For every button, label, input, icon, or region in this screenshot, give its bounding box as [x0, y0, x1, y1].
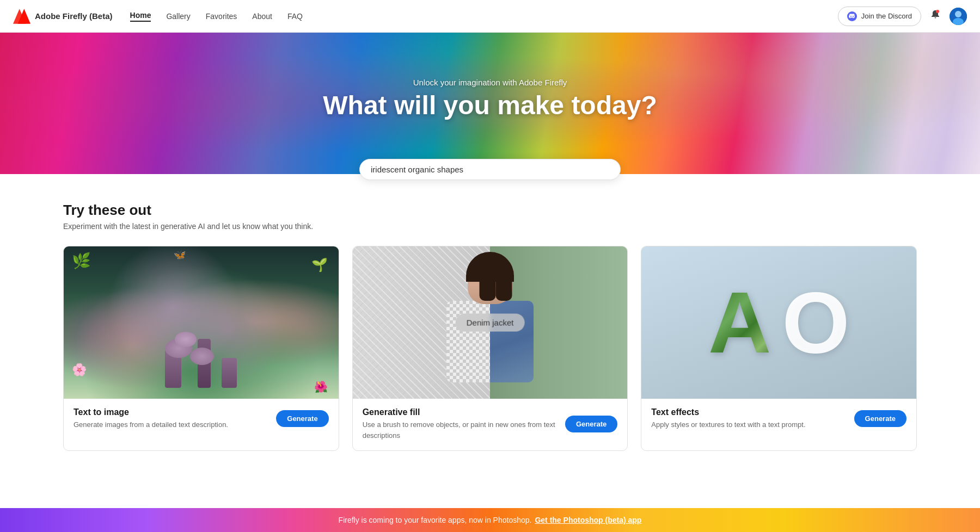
card-title-1: Text to image — [74, 407, 267, 417]
nav-links: Home Gallery Favorites About FAQ — [130, 11, 838, 22]
card-desc-2: Use a brush to remove objects, or paint … — [363, 419, 556, 441]
search-input[interactable] — [371, 165, 609, 174]
hero-subtitle: Unlock your imagination with Adobe Firef… — [323, 78, 657, 87]
text-effects-visual: A O — [641, 246, 916, 399]
discord-button[interactable]: Join the Discord — [838, 7, 921, 26]
discord-label: Join the Discord — [861, 12, 912, 20]
bell-icon[interactable] — [930, 9, 941, 23]
card-row-2: Generative fill Use a brush to remove ob… — [363, 407, 618, 441]
card-text-effects: A O Text effects Apply styles or texture… — [641, 246, 917, 451]
card-info-3: Text effects Apply styles or textures to… — [641, 399, 916, 440]
hero-content: Unlock your imagination with Adobe Firef… — [323, 78, 657, 120]
letter-a: A — [708, 279, 771, 366]
card-desc-1: Generate images from a detailed text des… — [74, 419, 267, 430]
card-title-2: Generative fill — [363, 407, 556, 417]
brand-name: Adobe Firefly (Beta) — [35, 11, 113, 21]
card-info-1: Text to image Generate images from a det… — [64, 399, 339, 440]
card-text-1: Text to image Generate images from a det… — [74, 407, 267, 430]
avatar-icon — [950, 8, 967, 25]
card-text-to-image: 🌿 🌱 🦋 🌸 🌺 Text to image Generate images … — [63, 246, 339, 451]
brand-logo[interactable]: Adobe Firefly (Beta) — [13, 8, 113, 25]
search-bar[interactable] — [359, 159, 621, 180]
card-image-1: 🌿 🌱 🦋 🌸 🌺 — [64, 246, 339, 399]
user-avatar[interactable] — [950, 8, 967, 25]
generate-button-3[interactable]: Generate — [854, 410, 906, 427]
card-desc-3: Apply styles or textures to text with a … — [651, 419, 845, 430]
adobe-logo-icon — [13, 8, 30, 25]
nav-link-about[interactable]: About — [252, 12, 272, 21]
card-row-3: Text effects Apply styles or textures to… — [651, 407, 906, 430]
card-image-3: A O — [641, 246, 916, 399]
section-title: Try these out — [63, 202, 917, 219]
card-text-2: Generative fill Use a brush to remove ob… — [363, 407, 556, 441]
nav-right: Join the Discord — [838, 7, 967, 26]
generate-button-2[interactable]: Generate — [565, 416, 617, 432]
search-container — [0, 159, 980, 180]
navbar: Adobe Firefly (Beta) Home Gallery Favori… — [0, 0, 980, 33]
nav-link-home[interactable]: Home — [130, 11, 151, 22]
hero-title: What will you make today? — [323, 91, 657, 120]
discord-icon — [847, 11, 857, 21]
main-content: Try these out Experiment with the latest… — [0, 180, 980, 473]
card-title-3: Text effects — [651, 407, 845, 417]
nav-link-gallery[interactable]: Gallery — [166, 12, 190, 21]
letter-o: O — [782, 279, 849, 366]
card-info-2: Generative fill Use a brush to remove ob… — [353, 399, 628, 450]
cards-grid: 🌿 🌱 🦋 🌸 🌺 Text to image Generate images … — [63, 246, 917, 451]
card-generative-fill: Denim jacket Generative fill Use a brush… — [352, 246, 628, 451]
card-image-2: Denim jacket — [353, 246, 628, 399]
nav-link-faq[interactable]: FAQ — [287, 12, 303, 21]
section-subtitle: Experiment with the latest in generative… — [63, 222, 917, 231]
generative-fill-prompt: Denim jacket — [456, 314, 525, 332]
svg-point-2 — [936, 10, 939, 13]
svg-point-4 — [955, 11, 961, 17]
card-text-3: Text effects Apply styles or textures to… — [651, 407, 845, 430]
card-row-1: Text to image Generate images from a det… — [74, 407, 329, 430]
generate-button-1[interactable]: Generate — [276, 410, 328, 427]
hero-banner: Unlock your imagination with Adobe Firef… — [0, 33, 980, 174]
nav-link-favorites[interactable]: Favorites — [206, 12, 237, 21]
